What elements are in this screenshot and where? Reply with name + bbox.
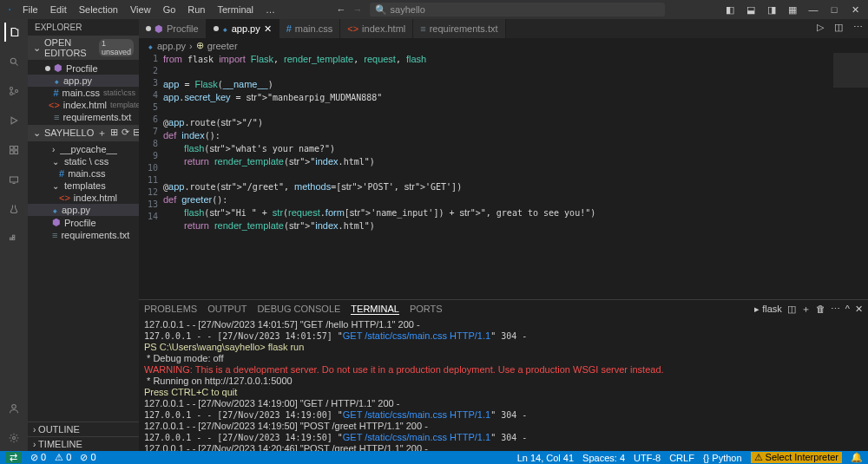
svg-rect-7 — [15, 151, 18, 154]
window-min-icon[interactable]: — — [804, 4, 823, 15]
layout-custom-icon[interactable]: ▦ — [783, 4, 802, 16]
editor-tab[interactable]: ⬢Procfile — [139, 19, 207, 38]
explorer-title: EXPLORER — [28, 19, 139, 36]
window-max-icon[interactable]: □ — [825, 4, 844, 15]
explorer-icon[interactable] — [4, 23, 23, 42]
command-center[interactable]: 🔍 sayhello — [370, 3, 665, 16]
editor-tab[interactable]: <>index.html — [340, 19, 413, 38]
kill-terminal-icon[interactable]: 🗑 — [816, 304, 825, 314]
status-errors[interactable]: ⊘ 0 — [30, 452, 46, 463]
open-editors-list: ⬢Procfile ⬥app.py #main.cssstatic\css <>… — [28, 60, 139, 125]
svg-rect-6 — [10, 151, 14, 154]
new-folder-icon[interactable]: ⊞ — [110, 127, 118, 140]
testing-icon[interactable] — [4, 199, 23, 219]
open-editor-item[interactable]: <>index.htmltemplates — [28, 99, 139, 111]
terminal-output[interactable]: 127.0.0.1 - - [27/Nov/2023 14:01:57] "GE… — [139, 317, 868, 451]
layout-bottom-icon[interactable]: ⬓ — [741, 4, 760, 16]
new-terminal-icon[interactable]: ＋ — [801, 303, 811, 316]
open-editor-item[interactable]: ⬢Procfile — [28, 62, 139, 75]
svg-point-2 — [10, 93, 13, 95]
panel-tab-terminal[interactable]: TERMINAL — [351, 304, 399, 315]
tree-item[interactable]: #main.css — [28, 167, 139, 180]
open-editor-item[interactable]: ⬥app.py — [28, 75, 139, 87]
split-terminal-icon[interactable]: ◫ — [787, 304, 796, 315]
breadcrumb[interactable]: ⬥app.py› ⊕greeter — [139, 38, 868, 53]
unsaved-badge: 1 unsaved — [99, 39, 134, 56]
open-editor-item[interactable]: #main.cssstatic\css — [28, 87, 139, 99]
layout-left-icon[interactable]: ◧ — [720, 4, 740, 16]
menu-terminal[interactable]: Terminal — [213, 3, 260, 16]
status-eol[interactable]: CRLF — [669, 453, 694, 463]
tree-item[interactable]: <>index.html — [28, 192, 139, 204]
window-close-icon[interactable]: ✕ — [845, 4, 865, 16]
new-file-icon[interactable]: ＋ — [97, 127, 107, 140]
code-content[interactable]: from flask import Flask, render_template… — [163, 53, 595, 299]
refresh-icon[interactable]: ⟳ — [122, 127, 129, 140]
svg-rect-11 — [13, 235, 15, 237]
run-icon[interactable]: ▷ — [812, 19, 829, 38]
panel-more-icon[interactable]: ⋯ — [831, 304, 840, 315]
account-icon[interactable] — [4, 399, 23, 418]
status-interpreter[interactable]: ⚠ Select Interpreter — [751, 452, 842, 463]
status-lang[interactable]: {} Python — [703, 453, 742, 463]
terminal-profile[interactable]: ▸ flask — [754, 304, 782, 315]
editor-area: ⬢Procfile⬥app.py✕#main.css<>index.html≡r… — [139, 19, 868, 451]
gear-icon[interactable] — [4, 428, 23, 448]
split-editor-icon[interactable]: ◫ — [829, 19, 848, 38]
status-notifications-icon[interactable]: 🔔 — [851, 452, 863, 463]
menu-go[interactable]: Go — [158, 3, 181, 16]
menu-file[interactable]: File — [17, 3, 43, 16]
remote-indicator[interactable]: ⇄ — [5, 452, 22, 463]
command-center-text: sayhello — [391, 4, 425, 15]
editor-tab[interactable]: ≡requirements.txt — [413, 19, 505, 38]
minimap[interactable] — [833, 53, 868, 88]
tree-item[interactable]: __pycache__ — [28, 143, 139, 155]
editor-tab[interactable]: ⬥app.py✕ — [207, 19, 279, 38]
open-editor-item[interactable]: ≡requirements.txt — [28, 111, 139, 123]
panel-close-icon[interactable]: ✕ — [855, 304, 863, 315]
panel-max-icon[interactable]: ^ — [845, 304, 850, 314]
remote-icon[interactable] — [4, 170, 23, 189]
search-icon: 🔍 — [375, 4, 387, 16]
svg-rect-5 — [15, 147, 18, 150]
svg-point-13 — [13, 437, 16, 440]
menu-edit[interactable]: Edit — [45, 3, 72, 16]
status-port[interactable]: ⊘ 0 — [80, 452, 95, 463]
status-spaces[interactable]: Spaces: 4 — [582, 453, 625, 463]
project-header[interactable]: ⌄SAYHELLO ＋ ⊞ ⟳ ⊟ — [28, 125, 139, 141]
source-control-icon[interactable] — [4, 82, 23, 101]
menu-bar: File Edit Selection View Go Run Terminal… — [3, 3, 280, 16]
more-icon[interactable]: ⋯ — [848, 19, 868, 38]
menu-view[interactable]: View — [125, 3, 156, 16]
tree-item[interactable]: ≡requirements.txt — [28, 229, 139, 241]
panel-tab-ports[interactable]: PORTS — [410, 304, 443, 314]
panel-tab-debug[interactable]: DEBUG CONSOLE — [257, 304, 340, 314]
nav-fwd-icon[interactable]: → — [353, 4, 363, 15]
panel-tab-output[interactable]: OUTPUT — [207, 304, 247, 314]
layout-right-icon[interactable]: ◨ — [762, 4, 781, 16]
outline-header[interactable]: › OUTLINE — [28, 422, 139, 436]
tree-item[interactable]: ⬥app.py — [28, 204, 139, 216]
status-warnings[interactable]: ⚠ 0 — [55, 452, 71, 463]
tree-item[interactable]: ⬢Procfile — [28, 216, 139, 229]
menu-selection[interactable]: Selection — [74, 3, 123, 16]
tree-item[interactable]: templates — [28, 180, 139, 192]
open-editors-header[interactable]: ⌄OPEN EDITORS 1 unsaved — [28, 36, 139, 60]
status-cursor[interactable]: Ln 14, Col 41 — [517, 453, 574, 463]
tree-item[interactable]: static \ css — [28, 155, 139, 167]
nav-back-icon[interactable]: ← — [337, 4, 346, 15]
status-encoding[interactable]: UTF-8 — [634, 453, 661, 463]
menu-more[interactable]: … — [260, 3, 280, 16]
panel-tab-problems[interactable]: PROBLEMS — [144, 304, 197, 314]
close-tab-icon[interactable]: ✕ — [264, 23, 272, 35]
extensions-icon[interactable] — [4, 141, 23, 160]
docker-icon[interactable] — [4, 229, 23, 248]
svg-point-0 — [10, 58, 16, 63]
status-bar: ⇄ ⊘ 0 ⚠ 0 ⊘ 0 Ln 14, Col 41 Spaces: 4 UT… — [0, 451, 868, 464]
vscode-logo-icon — [3, 3, 16, 16]
menu-run[interactable]: Run — [182, 3, 210, 16]
editor-tab[interactable]: #main.css — [279, 19, 341, 38]
timeline-header[interactable]: › TIMELINE — [28, 436, 139, 451]
search-activity-icon[interactable] — [4, 52, 23, 71]
debug-icon[interactable] — [4, 111, 23, 130]
